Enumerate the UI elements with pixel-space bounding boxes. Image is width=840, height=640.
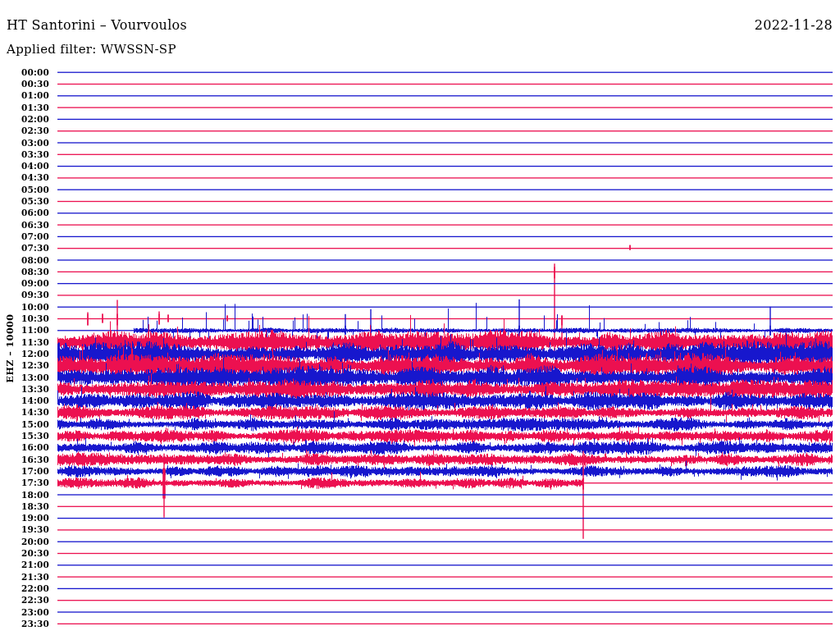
time-label: 18:00	[0, 490, 49, 500]
time-label: 05:30	[0, 196, 49, 206]
time-label: 12:30	[0, 360, 49, 370]
time-label: 01:00	[0, 90, 49, 100]
time-label: 00:00	[0, 67, 49, 77]
time-label: 11:00	[0, 325, 49, 335]
time-label: 15:30	[0, 431, 49, 441]
time-label: 19:30	[0, 524, 49, 534]
time-label: 07:00	[0, 231, 49, 241]
time-label: 11:30	[0, 337, 49, 347]
time-label: 06:00	[0, 208, 49, 217]
applied-filter-label: Applied filter: WWSSN-SP	[7, 42, 176, 57]
time-label: 15:00	[0, 419, 49, 429]
time-label: 09:00	[0, 278, 49, 288]
time-label: 22:30	[0, 595, 49, 605]
time-label: 13:30	[0, 384, 49, 394]
time-label: 04:00	[0, 161, 49, 171]
time-label: 08:00	[0, 255, 49, 265]
time-label: 10:00	[0, 302, 49, 312]
time-label: 21:00	[0, 560, 49, 569]
time-label: 21:30	[0, 572, 49, 582]
time-label: 07:30	[0, 243, 49, 253]
time-label: 08:30	[0, 267, 49, 277]
time-label: 14:00	[0, 395, 49, 405]
record-date: 2022-11-28	[755, 17, 833, 33]
time-label: 05:00	[0, 185, 49, 194]
time-label: 22:00	[0, 583, 49, 593]
time-label: 06:30	[0, 220, 49, 230]
time-label: 02:30	[0, 126, 49, 135]
time-label: 23:00	[0, 607, 49, 617]
time-label: 16:30	[0, 455, 49, 464]
time-label: 14:30	[0, 407, 49, 417]
time-label: 16:00	[0, 442, 49, 452]
station-title: HT Santorini – Vourvoulos	[7, 17, 187, 33]
time-label: 17:00	[0, 466, 49, 476]
time-label: 10:30	[0, 313, 49, 323]
time-label: 00:30	[0, 79, 49, 89]
helicorder-plot	[0, 0, 840, 640]
time-label: 23:30	[0, 619, 49, 629]
time-label: 17:30	[0, 478, 49, 487]
time-label: 03:00	[0, 138, 49, 148]
time-label: 09:30	[0, 290, 49, 299]
time-label: 02:00	[0, 114, 49, 124]
time-label: 18:30	[0, 501, 49, 511]
time-label: 12:00	[0, 349, 49, 359]
time-label: 20:30	[0, 548, 49, 558]
time-label: 20:00	[0, 537, 49, 546]
time-label: 13:00	[0, 373, 49, 382]
time-label: 04:30	[0, 172, 49, 182]
time-label: 03:30	[0, 149, 49, 159]
time-label: 01:30	[0, 103, 49, 112]
time-label: 19:00	[0, 513, 49, 523]
